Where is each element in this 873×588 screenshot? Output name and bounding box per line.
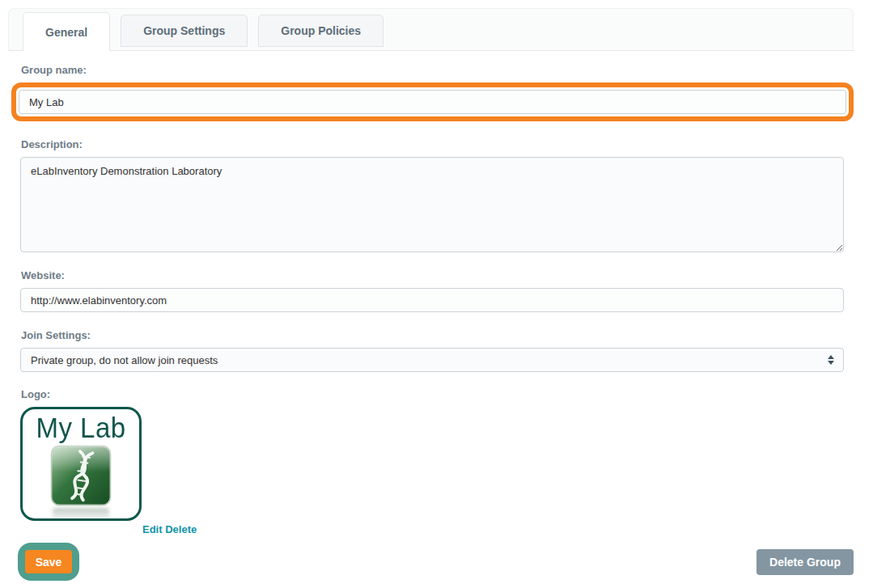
group-name-label: Group name: <box>21 64 844 76</box>
group-name-highlight-ring <box>11 82 854 121</box>
tab-group-settings[interactable]: Group Settings <box>121 15 248 47</box>
join-settings-select[interactable]: Private group, do not allow join request… <box>20 348 844 372</box>
save-button[interactable]: Save <box>25 550 72 573</box>
dna-icon-reflection <box>53 508 109 521</box>
tab-group-policies[interactable]: Group Policies <box>258 15 384 47</box>
delete-group-button[interactable]: Delete Group <box>756 549 854 575</box>
tab-bar: General Group Settings Group Policies <box>8 8 854 51</box>
website-label: Website: <box>21 269 844 281</box>
group-logo: My Lab <box>20 407 142 521</box>
description-textarea[interactable] <box>20 157 844 252</box>
website-input[interactable] <box>20 288 844 312</box>
logo-label: Logo: <box>21 388 844 400</box>
group-name-input[interactable] <box>19 90 846 114</box>
logo-edit-link[interactable]: Edit <box>142 523 163 535</box>
tab-general[interactable]: General <box>23 12 110 51</box>
actions-row: Save Delete Group <box>20 543 844 581</box>
dna-icon <box>49 444 112 521</box>
join-settings-label: Join Settings: <box>21 329 844 341</box>
updown-arrows-icon <box>828 355 834 365</box>
logo-text: My Lab <box>36 413 125 443</box>
logo-delete-link[interactable]: Delete <box>165 523 197 535</box>
join-settings-selected-value: Private group, do not allow join request… <box>31 354 218 366</box>
general-tab-panel: Group name: Description: Website: Join S… <box>0 51 873 581</box>
logo-links: Edit Delete <box>142 523 844 535</box>
save-button-highlight-ring: Save <box>18 543 79 581</box>
description-label: Description: <box>21 138 844 150</box>
